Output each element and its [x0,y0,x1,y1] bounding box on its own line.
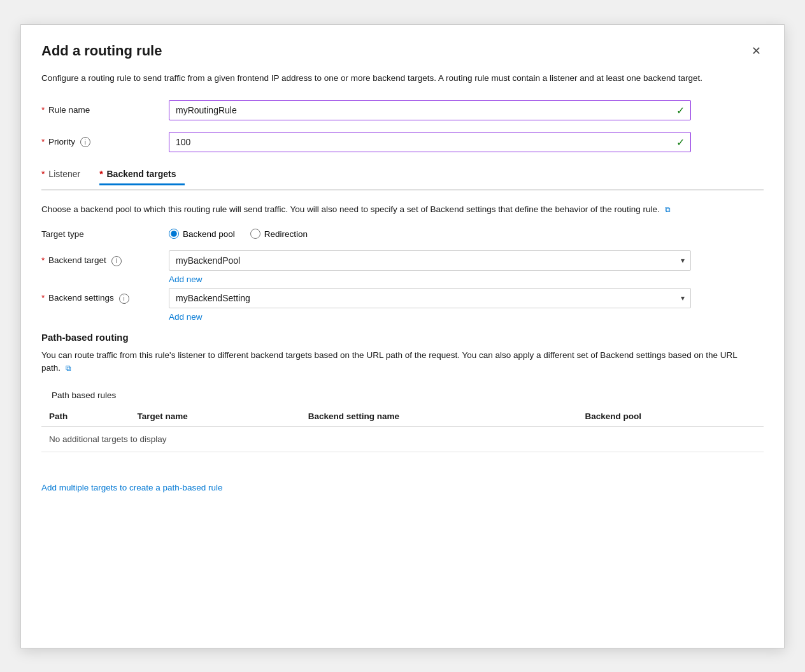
rule-name-label: * Rule name [41,105,169,115]
tab-listener[interactable]: * Listener [41,164,89,184]
table-header: Path Target name Backend setting name Ba… [41,406,764,427]
add-new-backend-target-link[interactable]: Add new [169,275,691,284]
rule-name-input[interactable] [169,100,691,120]
radio-backend-pool-input[interactable] [169,229,179,239]
dialog-description: Configure a routing rule to send traffic… [41,72,742,85]
backend-settings-label-wrap: * Backend settings i [41,288,169,304]
tab-backend-targets[interactable]: * Backend targets [99,164,185,184]
target-type-row: Target type Backend pool Redirection [41,229,764,239]
close-button[interactable]: ✕ [749,43,764,59]
backend-section-desc: Choose a backend pool to which this rout… [41,203,742,216]
backend-target-label-wrap: * Backend target i [41,250,169,266]
backend-settings-col: myBackendSetting ▾ Add new [169,288,691,322]
add-routing-rule-dialog: Add a routing rule ✕ Configure a routing… [20,24,785,648]
no-data-cell: No additional targets to display [41,426,764,452]
table-header-row: Path Target name Backend setting name Ba… [41,406,764,427]
priority-check-icon: ✓ [676,136,685,148]
col-path: Path [41,406,129,427]
path-based-title: Path-based routing [41,332,764,343]
rule-name-row: * Rule name ✓ [41,100,764,120]
backend-target-row: * Backend target i myBackendPool ▾ Add n… [41,250,764,284]
add-new-backend-settings-link[interactable]: Add new [169,312,691,322]
col-backend-setting-name: Backend setting name [301,406,578,427]
priority-input-wrap: ✓ [169,132,691,152]
radio-redirection[interactable]: Redirection [250,229,308,239]
table-body: No additional targets to display [41,426,764,452]
priority-info-icon[interactable]: i [80,137,90,147]
backend-settings-select[interactable]: myBackendSetting [169,288,691,308]
col-backend-pool: Backend pool [578,406,764,427]
path-based-rules-table: Path Target name Backend setting name Ba… [41,406,764,452]
backend-desc-ext-link[interactable]: ⧉ [665,205,671,214]
radio-backend-pool[interactable]: Backend pool [169,229,235,239]
priority-required: * [41,137,45,147]
backend-targets-section: Choose a backend pool to which this rout… [41,203,764,322]
backend-settings-dropdown-wrap: myBackendSetting ▾ [169,288,691,308]
path-section-desc: You can route traffic from this rule's l… [41,349,742,375]
backend-target-select[interactable]: myBackendPool [169,250,691,271]
tabs-row: * Listener * Backend targets [41,164,764,184]
priority-input[interactable] [169,132,691,152]
tabs-underline [41,189,764,190]
backend-target-col: myBackendPool ▾ Add new [169,250,691,284]
backend-target-info-icon[interactable]: i [111,256,122,266]
priority-row: * Priority i ✓ [41,132,764,152]
backend-target-dropdown-wrap: myBackendPool ▾ [169,250,691,271]
path-based-routing-section: Path-based routing You can route traffic… [41,332,764,452]
radio-group-target-type: Backend pool Redirection [169,229,691,239]
priority-label-wrap: * Priority i [41,137,169,148]
rule-name-input-wrap: ✓ [169,100,691,120]
add-multiple-targets-link[interactable]: Add multiple targets to create a path-ba… [41,483,222,492]
rule-name-check-icon: ✓ [676,104,685,116]
target-type-options: Backend pool Redirection [169,229,691,239]
priority-field-container: ✓ [169,132,691,152]
required-marker: * [41,105,45,115]
path-desc-ext-link[interactable]: ⧉ [66,364,71,373]
col-target-name: Target name [129,406,300,427]
dialog-title: Add a routing rule [41,43,162,59]
rule-name-field-container: ✓ [169,100,691,120]
dialog-header: Add a routing rule ✕ [41,43,764,59]
target-type-label: Target type [41,229,169,239]
no-data-row: No additional targets to display [41,426,764,452]
tabs-container: * Listener * Backend targets [41,164,764,190]
radio-redirection-input[interactable] [250,229,260,239]
backend-settings-row: * Backend settings i myBackendSetting ▾ … [41,288,764,322]
path-based-rules-label: Path based rules [52,390,764,400]
bottom-section: Add multiple targets to create a path-ba… [41,468,764,492]
backend-settings-info-icon[interactable]: i [119,294,129,304]
